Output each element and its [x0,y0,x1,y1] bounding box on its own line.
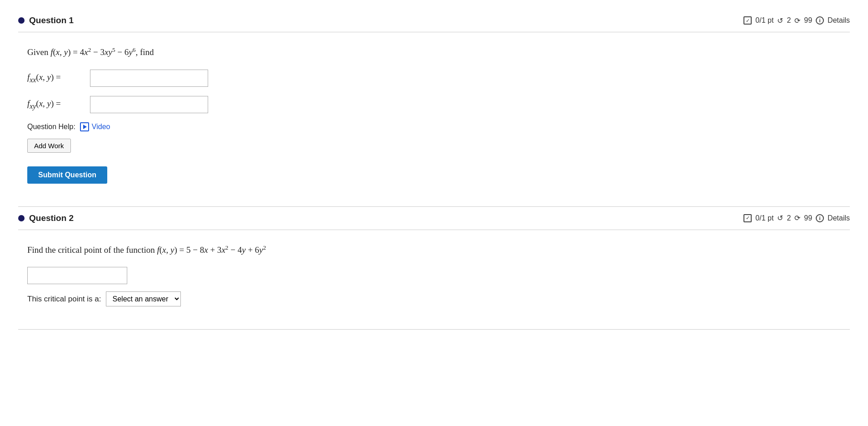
question-1-label: Question 1 [29,15,74,25]
submit-row: Submit Question [27,166,841,184]
question-1-meta: ✓ 0/1 pt ↺ 2 ⟳ 99 i Details [743,16,850,25]
info-icon-q2: i [816,214,824,222]
question-1-attempts: 2 [787,16,791,25]
fxx-row: fxx(x, y) = [27,70,841,87]
undo-icon-q2: ↺ [777,214,783,222]
question-2-header: Question 2 ✓ 0/1 pt ↺ 2 ⟳ 99 i Details [18,207,850,230]
checkbox-icon: ✓ [743,16,752,25]
critical-point-label: This critical point is a: [27,295,101,304]
select-answer-dropdown[interactable]: Select an answer Local minimum Local max… [106,291,181,306]
question-2-meta: ✓ 0/1 pt ↺ 2 ⟳ 99 i Details [743,214,850,222]
question-1-dot [18,17,25,24]
add-work-button[interactable]: Add Work [27,139,71,153]
video-link[interactable]: Video [80,122,110,131]
question-2-title: Question 2 [18,213,74,223]
question-1-block: Question 1 ✓ 0/1 pt ↺ 2 ⟳ 99 i Details G… [18,9,850,207]
question-2-dot [18,215,25,221]
question-1-title: Question 1 [18,15,74,25]
question-2-score: 0/1 pt [755,214,773,222]
fxx-input[interactable] [90,70,208,87]
question-2-problem: Find the critical point of the function … [27,243,841,257]
fxx-label: fxx(x, y) = [27,72,86,84]
question-1-body: Given f(x, y) = 4x2 − 3xy5 − 6y6, find f… [18,32,850,193]
question-2-body: Find the critical point of the function … [18,230,850,316]
question-2-block: Question 2 ✓ 0/1 pt ↺ 2 ⟳ 99 i Details F… [18,207,850,330]
submit-question-button[interactable]: Submit Question [27,166,107,184]
info-icon: i [816,16,824,25]
question-2-submissions: 99 [804,214,812,222]
question-help-row: Question Help: Video [27,122,841,131]
undo-icon: ↺ [777,16,783,25]
fxy-row: fxy(x, y) = [27,96,841,113]
refresh-icon: ⟳ [794,16,800,25]
question-2-label: Question 2 [29,213,74,223]
question-1-header: Question 1 ✓ 0/1 pt ↺ 2 ⟳ 99 i Details [18,9,850,32]
checkbox-icon-q2: ✓ [743,214,752,222]
question-1-score: 0/1 pt [755,16,773,25]
details-link-q1[interactable]: Details [828,16,850,25]
fxy-label: fxy(x, y) = [27,99,86,110]
play-triangle [83,125,87,129]
critical-point-row: This critical point is a: Select an answ… [27,291,841,306]
details-link-q2[interactable]: Details [828,214,850,222]
video-play-icon [80,122,89,131]
question-1-submissions: 99 [804,16,812,25]
question-2-attempts: 2 [787,214,791,222]
question-help-label: Question Help: [27,123,75,131]
add-work-row: Add Work [27,139,841,162]
fxy-input[interactable] [90,96,208,113]
video-label: Video [92,123,110,131]
question-1-problem: Given f(x, y) = 4x2 − 3xy5 − 6y6, find [27,45,841,60]
critical-point-input[interactable] [27,267,127,284]
refresh-icon-q2: ⟳ [794,214,800,222]
